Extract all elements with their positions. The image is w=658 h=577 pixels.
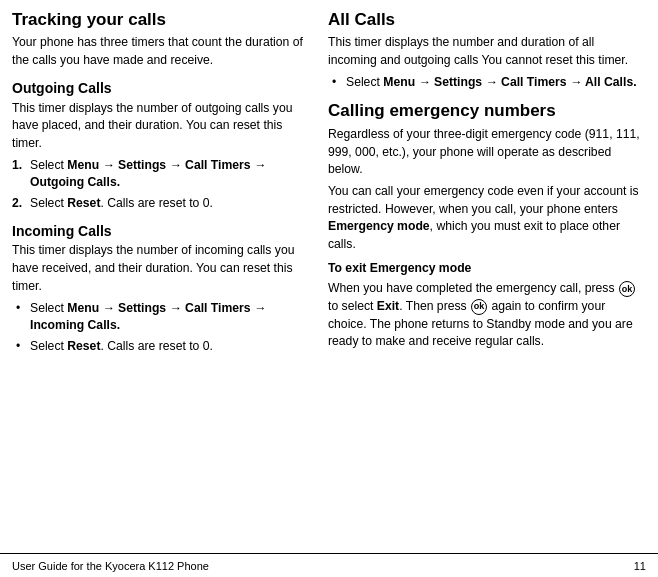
- para3-bold1: Exit: [377, 299, 399, 313]
- outgoing-calls-heading: Outgoing Calls: [12, 80, 312, 97]
- para3-pre: When you have completed the emergency ca…: [328, 281, 618, 295]
- footer-right: 11: [634, 560, 646, 572]
- all-calls-heading: All Calls: [328, 10, 646, 30]
- para3-mid2: . Then press: [399, 299, 470, 313]
- bullet2-pre: Select: [30, 339, 67, 353]
- step2-text-pre: Select: [30, 196, 67, 210]
- all-bullet1-dot: •: [332, 74, 342, 92]
- calling-emergency-heading: Calling emergency numbers: [328, 101, 646, 121]
- ok-icon-1: ok: [619, 281, 635, 297]
- bullet2-dot: •: [16, 338, 26, 356]
- step2-bold: Reset: [67, 196, 100, 210]
- all-bullet1-bold: Menu → Settings → Call Timers → All Call…: [383, 75, 636, 89]
- para3-mid: to select: [328, 299, 377, 313]
- page-footer: User Guide for the Kyocera K112 Phone 11: [0, 553, 658, 577]
- step1-num: 1.: [12, 157, 26, 192]
- content-area: Tracking your calls Your phone has three…: [0, 0, 658, 553]
- outgoing-step1: 1. Select Menu → Settings → Call Timers …: [12, 157, 312, 192]
- exit-emergency-subheading: To exit Emergency mode: [328, 260, 646, 278]
- emergency-para2: You can call your emergency code even if…: [328, 183, 646, 254]
- step2-num: 2.: [12, 195, 26, 213]
- left-main-title: Tracking your calls: [12, 10, 312, 30]
- emergency-para3: When you have completed the emergency ca…: [328, 280, 646, 351]
- all-bullet1-text: Select Menu → Settings → Call Timers → A…: [346, 74, 637, 92]
- incoming-bullet2: • Select Reset. Calls are reset to 0.: [12, 338, 312, 356]
- bullet2-post: . Calls are reset to 0.: [100, 339, 212, 353]
- all-calls-description: This timer displays the number and durat…: [328, 34, 646, 69]
- step1-text: Select Menu → Settings → Call Timers → O…: [30, 157, 312, 192]
- step2-text-post: . Calls are reset to 0.: [100, 196, 212, 210]
- para2-bold: Emergency mode: [328, 219, 430, 233]
- footer-left: User Guide for the Kyocera K112 Phone: [12, 560, 209, 572]
- page-container: Tracking your calls Your phone has three…: [0, 0, 658, 577]
- outgoing-description: This timer displays the number of outgoi…: [12, 100, 312, 153]
- all-bullet1-pre: Select: [346, 75, 383, 89]
- incoming-bullet1: • Select Menu → Settings → Call Timers →…: [12, 300, 312, 335]
- para2-pre: You can call your emergency code even if…: [328, 184, 639, 216]
- bullet1-dot: •: [16, 300, 26, 335]
- step1-text-pre: Select: [30, 158, 67, 172]
- intro-text: Your phone has three timers that count t…: [12, 34, 312, 69]
- bullet1-pre: Select: [30, 301, 67, 315]
- right-column: All Calls This timer displays the number…: [328, 10, 646, 553]
- outgoing-step2: 2. Select Reset. Calls are reset to 0.: [12, 195, 312, 213]
- all-calls-bullet1: • Select Menu → Settings → Call Timers →…: [328, 74, 646, 92]
- emergency-para1: Regardless of your three-digit emergency…: [328, 126, 646, 179]
- incoming-description: This timer displays the number of incomi…: [12, 242, 312, 295]
- left-column: Tracking your calls Your phone has three…: [12, 10, 312, 553]
- incoming-calls-heading: Incoming Calls: [12, 223, 312, 240]
- step2-text: Select Reset. Calls are reset to 0.: [30, 195, 213, 213]
- bullet1-text: Select Menu → Settings → Call Timers → I…: [30, 300, 312, 335]
- bullet2-bold: Reset: [67, 339, 100, 353]
- bullet2-text: Select Reset. Calls are reset to 0.: [30, 338, 213, 356]
- ok-icon-2: ok: [471, 299, 487, 315]
